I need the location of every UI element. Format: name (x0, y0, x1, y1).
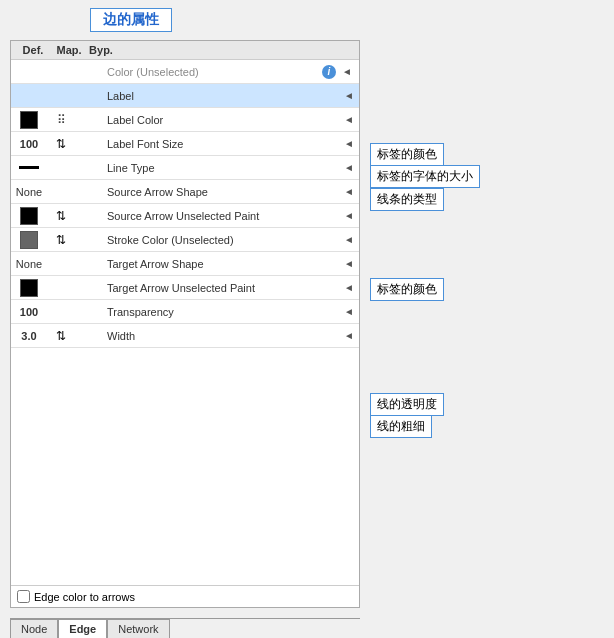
def-cell[interactable] (11, 207, 47, 225)
def-cell[interactable] (11, 111, 47, 129)
table-row[interactable]: Color (Unselected) i ◄ (11, 60, 359, 84)
table-row[interactable]: ⇅ Stroke Color (Unselected) ◄ (11, 228, 359, 252)
tab-edge[interactable]: Edge (58, 619, 107, 638)
table-row[interactable]: Line Type ◄ (11, 156, 359, 180)
table-row[interactable]: None Source Arrow Shape ◄ (11, 180, 359, 204)
annotation-stroke-color: 标签的颜色 (370, 278, 444, 301)
arrow-icon[interactable]: ◄ (343, 306, 359, 317)
def-cell: 3.0 (11, 330, 47, 342)
annotation-label-font: 标签的字体的大小 (370, 165, 480, 188)
color-swatch[interactable] (20, 111, 38, 129)
edge-color-label: Edge color to arrows (34, 591, 135, 603)
footer-checkbox-row: Edge color to arrows (11, 585, 359, 607)
line-swatch (19, 166, 39, 169)
table-row[interactable]: ⠿ Label Color ◄ (11, 108, 359, 132)
arrow-icon[interactable]: ◄ (343, 330, 359, 341)
tab-network[interactable]: Network (107, 619, 169, 638)
arrow-icon[interactable]: ◄ (339, 66, 355, 77)
arrow-icon[interactable]: ◄ (343, 114, 359, 125)
table-row[interactable]: ⇅ Source Arrow Unselected Paint ◄ (11, 204, 359, 228)
row-label: Line Type (103, 162, 343, 174)
tab-node[interactable]: Node (10, 619, 58, 638)
row-label: Target Arrow Shape (103, 258, 343, 270)
arrow-icon[interactable]: ◄ (343, 162, 359, 173)
info-icon[interactable]: i (322, 65, 336, 79)
def-cell: None (11, 186, 47, 198)
color-swatch[interactable] (20, 279, 38, 297)
def-cell: 100 (11, 138, 47, 150)
annotation-width: 线的粗细 (370, 415, 432, 438)
row-label: Source Arrow Shape (103, 186, 343, 198)
table-row[interactable]: 100 Transparency ◄ (11, 300, 359, 324)
table-header: Def. Map. Byp. (11, 41, 359, 60)
color-swatch[interactable] (20, 231, 38, 249)
table-row[interactable]: Label ◄ (11, 84, 359, 108)
row-label: Width (103, 330, 343, 342)
map-cell[interactable]: ⇅ (47, 233, 75, 247)
map-cell[interactable]: ⇅ (47, 329, 75, 343)
arrow-icon[interactable]: ◄ (343, 186, 359, 197)
def-cell (11, 166, 47, 169)
row-label: Source Arrow Unselected Paint (103, 210, 343, 222)
annotation-line-type: 线条的类型 (370, 188, 444, 211)
table-row[interactable]: Target Arrow Unselected Paint ◄ (11, 276, 359, 300)
arrow-icon[interactable]: ◄ (343, 138, 359, 149)
arrow-icon[interactable]: ◄ (343, 282, 359, 293)
def-cell[interactable] (11, 279, 47, 297)
def-cell[interactable] (11, 231, 47, 249)
arrow-icon[interactable]: ◄ (343, 234, 359, 245)
row-label: Label Color (103, 114, 343, 126)
row-label: Label (103, 90, 343, 102)
annotation-transparency: 线的透明度 (370, 393, 444, 416)
properties-panel: Def. Map. Byp. Color (Unselected) i ◄ (10, 40, 360, 608)
row-label: Target Arrow Unselected Paint (103, 282, 343, 294)
dots-icon: ⠿ (57, 113, 65, 127)
map-cell[interactable]: ⠿ (47, 113, 75, 127)
edge-color-checkbox[interactable] (17, 590, 30, 603)
page-title: 边的属性 (90, 8, 172, 32)
table-row[interactable]: 3.0 ⇅ Width ◄ (11, 324, 359, 348)
annotation-label-color: 标签的颜色 (370, 143, 444, 166)
header-byp: Byp. (87, 44, 115, 56)
map-cell[interactable]: ⇅ (47, 209, 75, 223)
table-row[interactable]: None Target Arrow Shape ◄ (11, 252, 359, 276)
row-label: Stroke Color (Unselected) (103, 234, 343, 246)
tab-bar: Node Edge Network (10, 618, 360, 638)
def-cell: 100 (11, 306, 47, 318)
row-label: Transparency (103, 306, 343, 318)
header-def: Def. (15, 44, 51, 56)
arrow-icon[interactable]: ◄ (343, 258, 359, 269)
row-label: Color (Unselected) (103, 66, 322, 78)
arrow-icon[interactable]: ◄ (343, 210, 359, 221)
header-map: Map. (55, 44, 83, 56)
table-row[interactable]: 100 ⇅ Label Font Size ◄ (11, 132, 359, 156)
row-label: Label Font Size (103, 138, 343, 150)
arrow-icon[interactable]: ◄ (343, 90, 359, 101)
map-cell[interactable]: ⇅ (47, 137, 75, 151)
color-swatch[interactable] (20, 207, 38, 225)
def-cell: None (11, 258, 47, 270)
properties-table: Color (Unselected) i ◄ Label ◄ ⠿ Label C… (11, 60, 359, 585)
